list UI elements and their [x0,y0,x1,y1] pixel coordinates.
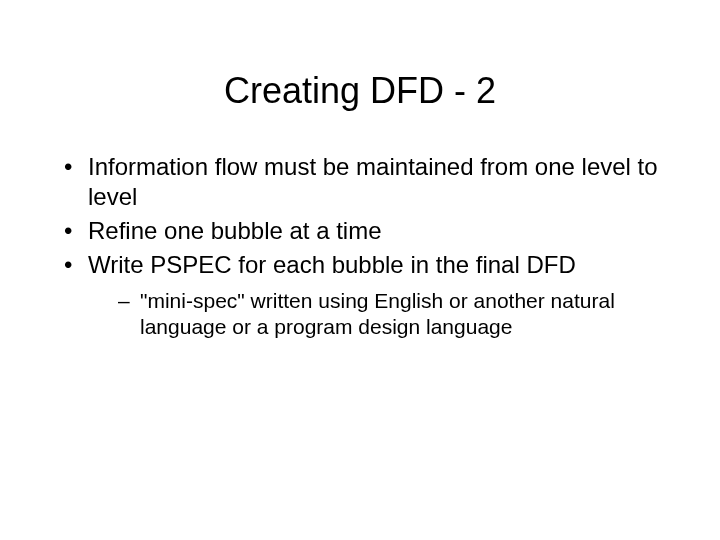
slide-content: Information flow must be maintained from… [60,152,660,341]
slide-title: Creating DFD - 2 [0,70,720,112]
bullet-text: Refine one bubble at a time [88,217,382,244]
bullet-text: Write PSPEC for each bubble in the final… [88,251,576,278]
bullet-list: Information flow must be maintained from… [60,152,660,341]
bullet-text: Information flow must be maintained from… [88,153,658,210]
sub-bullet-text: "mini-spec" written using English or ano… [140,289,615,338]
bullet-item: Information flow must be maintained from… [60,152,660,212]
slide: Creating DFD - 2 Information flow must b… [0,70,720,540]
sub-bullet-list: "mini-spec" written using English or ano… [116,288,660,341]
sub-bullet-item: "mini-spec" written using English or ano… [116,288,660,341]
bullet-item: Refine one bubble at a time [60,216,660,246]
bullet-item: Write PSPEC for each bubble in the final… [60,250,660,341]
